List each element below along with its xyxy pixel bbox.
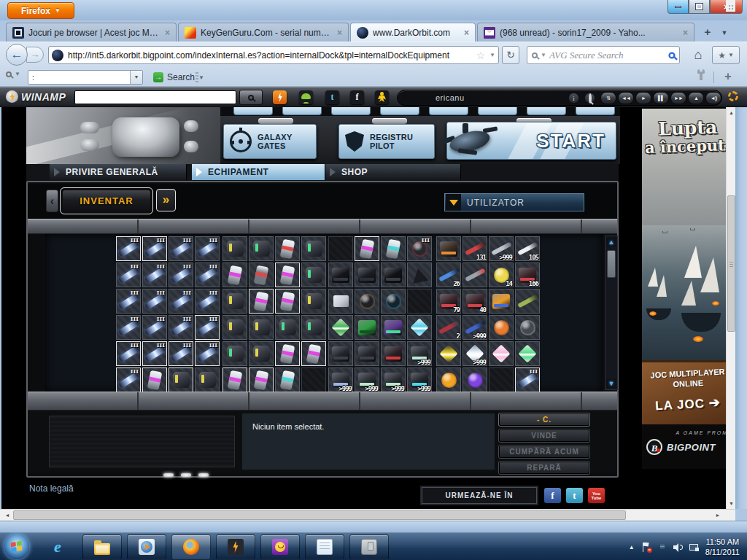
inventory-cell[interactable] bbox=[355, 341, 379, 366]
game-nav-stub[interactable] bbox=[429, 107, 468, 115]
search-engine-icon[interactable] bbox=[532, 52, 538, 58]
inventory-cell[interactable]: >999 bbox=[407, 368, 432, 392]
volume-button[interactable]: ◄)) bbox=[705, 92, 721, 104]
galaxy-gates-button[interactable]: GALAXYGATES bbox=[223, 124, 317, 159]
registru-pilot-button[interactable]: REGISTRUPILOT bbox=[338, 124, 435, 159]
inventory-cell[interactable]: III bbox=[515, 368, 540, 392]
inventory-cell[interactable] bbox=[355, 262, 379, 287]
inventory-cell[interactable]: III bbox=[142, 289, 167, 314]
toolbar-search-combobox[interactable]: : ▼ bbox=[28, 70, 143, 85]
youtube-icon[interactable]: YouTube bbox=[588, 488, 605, 503]
url-bar[interactable]: http://int5.darkorbit.bigpoint.com/index… bbox=[48, 46, 499, 64]
scrollbar-thumb[interactable] bbox=[727, 195, 735, 332]
inventory-cell[interactable] bbox=[275, 315, 300, 340]
toolbar-grip[interactable] bbox=[196, 72, 198, 82]
taskbar-app-device[interactable] bbox=[349, 534, 389, 559]
inventory-cell[interactable]: III bbox=[116, 236, 141, 261]
facebook-icon[interactable]: f bbox=[544, 488, 561, 503]
legal-link[interactable]: Nota legală bbox=[29, 483, 74, 494]
inventory-cell[interactable]: 2 bbox=[436, 315, 461, 340]
inventory-cell[interactable] bbox=[407, 289, 432, 314]
inventory-cell[interactable] bbox=[222, 289, 247, 314]
inventory-cell[interactable] bbox=[222, 368, 247, 392]
inventory-cell[interactable] bbox=[301, 315, 326, 340]
browser-tab[interactable]: (968 unread) - sorin17_2009 - Yaho...× bbox=[477, 23, 694, 42]
action-button-repar[interactable]: REPARĂ bbox=[499, 462, 589, 474]
inventory-cell[interactable] bbox=[275, 341, 300, 366]
inventory-cell[interactable] bbox=[249, 315, 274, 340]
winamp-search-input[interactable] bbox=[74, 90, 236, 104]
winamp-app-icon[interactable] bbox=[273, 90, 287, 104]
taskbar-app-winamp[interactable] bbox=[216, 534, 255, 559]
inventory-cell[interactable] bbox=[436, 341, 461, 366]
tab-close-icon[interactable]: × bbox=[336, 28, 344, 38]
add-toolbar-button[interactable]: + bbox=[721, 69, 735, 84]
inventory-cell[interactable]: >999 bbox=[489, 236, 514, 261]
inventory-cell[interactable]: III bbox=[116, 341, 141, 366]
tab-shop[interactable]: SHOP bbox=[325, 164, 461, 180]
stack-button[interactable]: ⇅ bbox=[600, 92, 616, 104]
tab-close-icon[interactable]: × bbox=[681, 28, 689, 38]
inventory-cell[interactable] bbox=[222, 341, 247, 366]
inventory-cell[interactable] bbox=[515, 315, 540, 340]
browser-tab[interactable]: www.DarkOrbit.com× bbox=[350, 23, 476, 42]
scroll-up-icon[interactable]: ▲ bbox=[606, 237, 616, 247]
taskbar-app-notepad[interactable] bbox=[305, 534, 344, 559]
bookmark-star-icon[interactable]: ☆ bbox=[476, 50, 486, 61]
tray-page-icon[interactable] bbox=[657, 542, 667, 552]
combobox-dropdown-icon[interactable]: ▼ bbox=[130, 71, 142, 84]
search-submit-icon[interactable] bbox=[668, 52, 675, 58]
inventory-next-button[interactable]: » bbox=[156, 189, 176, 211]
list-all-tabs-button[interactable]: ▼ bbox=[718, 26, 731, 40]
inventory-cell[interactable]: >999 bbox=[462, 315, 487, 340]
browser-horizontal-scrollbar[interactable]: ◄ ► bbox=[0, 509, 735, 521]
facebook-icon[interactable]: f bbox=[350, 90, 364, 104]
inventory-cell[interactable]: 26 bbox=[436, 262, 461, 287]
inventory-cell[interactable] bbox=[249, 262, 274, 287]
tray-expand-icon[interactable]: ▲ bbox=[629, 544, 635, 551]
inventory-cell[interactable]: III bbox=[407, 236, 432, 261]
inventory-cell[interactable] bbox=[381, 315, 406, 340]
inventory-cell[interactable] bbox=[489, 368, 514, 392]
toolbar-search-button[interactable]: → Search ▼ bbox=[148, 70, 209, 85]
inventory-cell[interactable] bbox=[222, 315, 247, 340]
inventory-cell[interactable] bbox=[301, 341, 326, 366]
inventory-cell[interactable]: III bbox=[116, 315, 141, 340]
bookmarks-button[interactable]: ★▼ bbox=[712, 46, 740, 64]
inventory-cell[interactable] bbox=[355, 315, 379, 340]
previous-button[interactable]: ◄◄ bbox=[618, 92, 634, 104]
inventory-cell[interactable] bbox=[381, 341, 406, 366]
taskbar-app-internet-explorer[interactable]: e bbox=[38, 534, 77, 559]
inventory-cell[interactable]: >999 bbox=[328, 368, 353, 392]
inventory-cell[interactable]: >999 bbox=[462, 341, 487, 366]
inventory-cell[interactable]: III bbox=[169, 262, 193, 287]
inventory-cell[interactable] bbox=[301, 289, 326, 314]
inventory-cell[interactable] bbox=[436, 236, 461, 261]
eject-button[interactable]: ▲ bbox=[688, 92, 704, 104]
ad-banner[interactable]: Lupta a început! bbox=[642, 109, 726, 469]
url-text[interactable]: http://int5.darkorbit.bigpoint.com/index… bbox=[68, 50, 472, 61]
tab-close-icon[interactable]: × bbox=[163, 28, 171, 38]
inventory-cell[interactable] bbox=[489, 341, 514, 366]
pause-button[interactable]: ▌▌ bbox=[653, 92, 669, 104]
inventory-cell[interactable] bbox=[142, 368, 167, 392]
scrollbar-thumb[interactable] bbox=[13, 510, 626, 520]
inventory-cell[interactable] bbox=[275, 236, 300, 261]
inventory-cell[interactable] bbox=[515, 341, 540, 366]
browser-tab[interactable]: Jocuri pe browser | Acest joc MMO ...× bbox=[6, 23, 177, 42]
action-button-c[interactable]: - C. bbox=[499, 413, 589, 426]
twitter-icon[interactable]: t bbox=[566, 488, 583, 503]
network-icon[interactable] bbox=[689, 542, 699, 552]
inventory-cell[interactable]: 14 bbox=[489, 262, 514, 287]
inventory-cell[interactable]: 166 bbox=[515, 262, 540, 287]
action-center-flag-icon[interactable]: × bbox=[641, 542, 651, 552]
inventory-cell[interactable] bbox=[328, 289, 353, 314]
inventory-cell[interactable]: III bbox=[195, 236, 220, 261]
inventory-cell[interactable] bbox=[169, 368, 193, 392]
play-button[interactable]: ► bbox=[635, 92, 651, 104]
minimize-button[interactable] bbox=[667, 0, 689, 14]
inventory-cell[interactable]: >999 bbox=[381, 368, 406, 392]
media-search-button[interactable] bbox=[584, 93, 595, 104]
inventory-cell[interactable] bbox=[515, 289, 540, 314]
wrench-icon[interactable] bbox=[694, 71, 708, 84]
